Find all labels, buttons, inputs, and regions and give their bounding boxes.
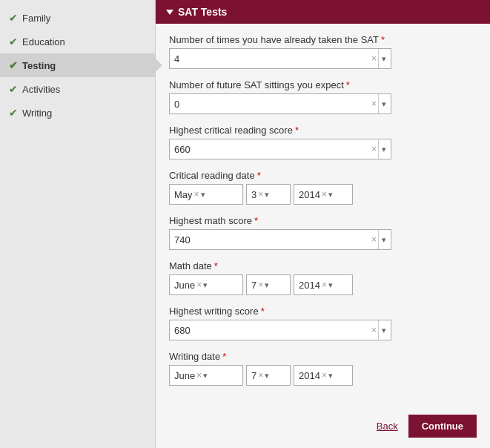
math-day-select[interactable]: 7 × ▾: [246, 274, 291, 295]
check-icon-writing: ✔: [9, 107, 18, 119]
reading-day-clear[interactable]: ×: [258, 189, 263, 200]
writing-date-label: Writing date*: [169, 351, 477, 362]
reading-date-label: Critical reading date*: [169, 170, 477, 181]
sidebar-item-writing[interactable]: ✔ Writing: [0, 101, 155, 125]
writing-score-arrow[interactable]: ▾: [378, 320, 386, 340]
math-score-value: 740: [174, 234, 371, 246]
sidebar-label-writing: Writing: [22, 108, 52, 119]
future-sittings-arrow[interactable]: ▾: [378, 94, 386, 113]
required-star6: *: [214, 260, 218, 271]
math-day-clear[interactable]: ×: [258, 280, 263, 290]
form-area: Number of times you have already taken t…: [156, 24, 490, 407]
reading-day-arrow[interactable]: ▾: [265, 190, 269, 200]
math-month-value: June: [174, 280, 195, 291]
reading-day-value: 3: [251, 189, 256, 200]
future-sittings-group: Number of future SAT sittings you expect…: [169, 79, 477, 114]
math-month-arrow[interactable]: ▾: [203, 280, 208, 290]
reading-date-row: May × ▾ 3 × ▾ 2014 × ▾: [169, 184, 477, 205]
check-icon-education: ✔: [9, 36, 18, 47]
section-title: SAT Tests: [178, 6, 227, 18]
back-button[interactable]: Back: [377, 421, 398, 432]
sidebar-item-activities[interactable]: ✔ Activities: [0, 77, 155, 101]
math-date-label: Math date*: [169, 260, 477, 271]
required-star8: *: [222, 351, 226, 362]
reading-month-clear[interactable]: ×: [194, 189, 199, 200]
sidebar-item-testing[interactable]: ✔ Testing: [0, 53, 155, 77]
check-icon-activities: ✔: [9, 83, 18, 95]
reading-month-arrow[interactable]: ▾: [201, 190, 205, 200]
math-year-clear[interactable]: ×: [322, 280, 327, 290]
reading-score-label: Highest critical reading score*: [169, 125, 477, 136]
sidebar: ✔ Family ✔ Education ✔ Testing ✔ Activit…: [0, 0, 156, 448]
reading-year-select[interactable]: 2014 × ▾: [294, 184, 353, 205]
writing-year-arrow[interactable]: ▾: [328, 371, 333, 381]
writing-year-value: 2014: [299, 370, 320, 381]
writing-date-group: Writing date* June × ▾ 7 × ▾ 2014 × ▾: [169, 351, 477, 386]
times-taken-select[interactable]: 4 × ▾: [169, 48, 391, 69]
math-day-value: 7: [251, 280, 256, 291]
writing-month-clear[interactable]: ×: [196, 370, 202, 381]
reading-score-arrow[interactable]: ▾: [378, 139, 386, 159]
times-taken-clear[interactable]: ×: [371, 53, 377, 64]
main-content: SAT Tests Number of times you have alrea…: [156, 0, 490, 448]
reading-year-value: 2014: [299, 189, 320, 200]
sidebar-item-education[interactable]: ✔ Education: [0, 30, 155, 53]
required-star3: *: [295, 125, 299, 136]
math-year-arrow[interactable]: ▾: [328, 280, 333, 290]
writing-day-clear[interactable]: ×: [258, 370, 263, 381]
continue-button[interactable]: Continue: [408, 415, 477, 438]
future-sittings-value: 0: [174, 99, 371, 110]
section-header: SAT Tests: [156, 0, 490, 24]
required-star7: *: [261, 306, 265, 317]
writing-score-value: 680: [174, 325, 371, 336]
check-icon-testing: ✔: [9, 59, 18, 71]
writing-day-select[interactable]: 7 × ▾: [246, 365, 291, 386]
sidebar-label-testing: Testing: [22, 60, 56, 71]
reading-day-select[interactable]: 3 × ▾: [246, 184, 291, 205]
writing-day-arrow[interactable]: ▾: [265, 371, 269, 381]
writing-score-label: Highest writing score*: [169, 306, 477, 317]
times-taken-arrow[interactable]: ▾: [378, 49, 386, 68]
math-day-arrow[interactable]: ▾: [265, 280, 269, 290]
math-score-arrow[interactable]: ▾: [378, 230, 386, 249]
math-score-select[interactable]: 740 × ▾: [169, 229, 391, 250]
sidebar-label-education: Education: [22, 36, 65, 47]
footer-row: Back Continue: [156, 407, 490, 448]
future-sittings-clear[interactable]: ×: [371, 99, 377, 109]
math-month-clear[interactable]: ×: [196, 280, 202, 290]
required-star5: *: [254, 215, 258, 226]
writing-month-value: June: [174, 370, 195, 381]
future-sittings-label: Number of future SAT sittings you expect…: [169, 79, 477, 90]
math-score-label: Highest math score*: [169, 215, 477, 226]
math-year-select[interactable]: 2014 × ▾: [294, 274, 353, 295]
reading-score-value: 660: [174, 144, 371, 155]
math-month-select[interactable]: June × ▾: [169, 274, 243, 295]
writing-year-select[interactable]: 2014 × ▾: [294, 365, 353, 386]
reading-score-clear[interactable]: ×: [371, 144, 377, 154]
writing-month-arrow[interactable]: ▾: [203, 371, 208, 381]
times-taken-value: 4: [174, 53, 371, 65]
writing-month-select[interactable]: June × ▾: [169, 365, 243, 386]
math-score-group: Highest math score* 740 × ▾: [169, 215, 477, 250]
writing-year-clear[interactable]: ×: [322, 370, 327, 381]
writing-score-group: Highest writing score* 680 × ▾: [169, 306, 477, 340]
math-score-clear[interactable]: ×: [371, 234, 377, 245]
reading-month-value: May: [174, 189, 193, 200]
required-star4: *: [257, 170, 261, 181]
writing-day-value: 7: [251, 370, 256, 381]
sidebar-label-family: Family: [22, 13, 50, 24]
sidebar-item-family[interactable]: ✔ Family: [0, 6, 155, 30]
writing-score-select[interactable]: 680 × ▾: [169, 320, 391, 340]
reading-score-select[interactable]: 660 × ▾: [169, 139, 391, 159]
math-year-value: 2014: [299, 280, 320, 291]
reading-score-group: Highest critical reading score* 660 × ▾: [169, 125, 477, 159]
reading-year-arrow[interactable]: ▾: [328, 190, 333, 200]
reading-month-select[interactable]: May × ▾: [169, 184, 243, 205]
reading-year-clear[interactable]: ×: [322, 189, 327, 200]
writing-score-clear[interactable]: ×: [371, 325, 377, 335]
check-icon-family: ✔: [9, 12, 18, 24]
required-star: *: [381, 34, 385, 45]
future-sittings-select[interactable]: 0 × ▾: [169, 93, 391, 114]
required-star2: *: [346, 79, 350, 90]
collapse-icon[interactable]: [166, 10, 173, 15]
